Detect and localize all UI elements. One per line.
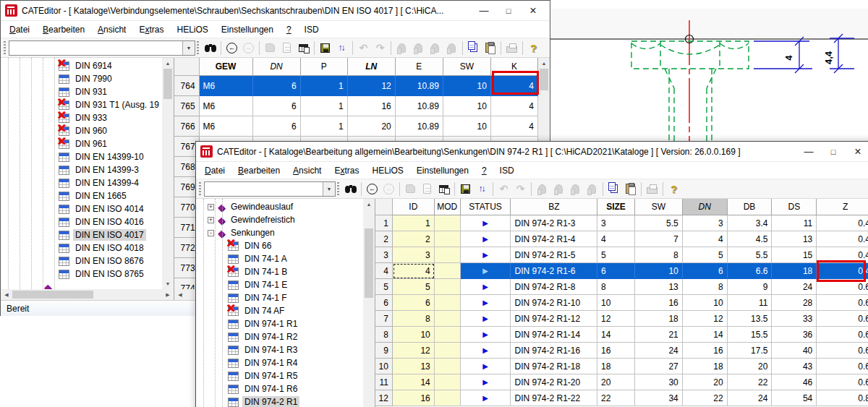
tree-item-din-960[interactable]: DIN 960 [1, 124, 162, 137]
column-header-sw[interactable]: SW [635, 199, 683, 215]
menu-item-datei[interactable]: Datei [199, 163, 231, 178]
tree-item-din-en-14399-10[interactable]: DIN EN 14399-10 [1, 150, 162, 163]
load-table-icon[interactable] [435, 181, 452, 197]
cell-ds[interactable]: 18 [772, 263, 817, 279]
row-number[interactable]: 8 [375, 327, 393, 343]
cell-id[interactable]: 1 [393, 215, 435, 231]
cell-size[interactable]: 10 [597, 295, 635, 311]
cell-mod[interactable] [435, 279, 461, 295]
cell-size[interactable]: 20 [597, 374, 635, 390]
cell[interactable]: 20 [348, 116, 396, 137]
cell[interactable]: 1 [301, 76, 348, 96]
cell-id[interactable]: 3 [393, 247, 435, 263]
cell-ds[interactable]: 15 [772, 247, 817, 263]
maximize-button[interactable]: □ [496, 2, 521, 20]
tree-item-din-74-1-e[interactable]: DIN 74-1 E [196, 278, 363, 291]
cell-mod[interactable] [435, 311, 461, 327]
cell[interactable]: 6 [253, 96, 301, 116]
tree-item-help[interactable]: ◆ [1, 280, 162, 289]
cell-sw[interactable]: 24 [635, 343, 683, 359]
column-header-id[interactable]: ID [393, 199, 435, 215]
table-row[interactable]: 810▶DIN 974-2 R1-1414211415.5360.6 [375, 327, 868, 343]
tree-item-din-974-1-r2[interactable]: DIN 974-1 R2 [196, 330, 363, 343]
close-button[interactable]: × [521, 2, 545, 20]
cell-id[interactable]: 2 [393, 231, 435, 247]
cell-db[interactable]: 22 [728, 374, 773, 390]
column-header-db[interactable]: DB [728, 199, 773, 215]
cell-sw[interactable]: 30 [635, 374, 683, 390]
cell-bz[interactable]: DIN 974-2 R1-16 [511, 343, 597, 359]
menu-item-help[interactable]: ? [281, 22, 297, 37]
tree-item-gewindefreistich[interactable]: +◆Gewindefreistich [196, 213, 363, 226]
cell[interactable]: 10.89 [396, 96, 443, 116]
tree-item-din-974-1-r3[interactable]: DIN 974-1 R3 [196, 343, 363, 356]
cell-id[interactable]: 10 [393, 327, 435, 343]
cell-status[interactable]: ▶ [461, 247, 511, 263]
column-header-mod[interactable]: MOD [435, 199, 461, 215]
cell-dn[interactable]: 16 [683, 343, 728, 359]
tree-item-din-961[interactable]: DIN 961 [1, 137, 162, 150]
cell-ds[interactable]: 13 [772, 231, 817, 247]
row-number[interactable]: 9 [375, 343, 393, 359]
menu-item-bearbeiten[interactable]: Bearbeiten [37, 22, 90, 37]
cell-sw[interactable]: 18 [635, 311, 683, 327]
column-header-gutter[interactable] [174, 58, 200, 76]
scroll-thumb[interactable] [12, 291, 93, 299]
dropdown-arrow-icon[interactable]: ▼ [323, 182, 335, 196]
cell[interactable]: 4 [491, 96, 538, 116]
search-input[interactable] [9, 41, 182, 55]
cell-size[interactable]: 14 [597, 327, 635, 343]
cell-status[interactable]: ▶ [461, 311, 511, 327]
cell-db[interactable]: 17.5 [728, 343, 773, 359]
row-number[interactable]: 3 [375, 247, 393, 263]
tree-item-din-933[interactable]: DIN 933 [1, 111, 162, 124]
titlebar[interactable]: CATEditor - [ Kataloge\Verbindungselemen… [1, 1, 550, 21]
tree-item-din-931-t1-ausg-19[interactable]: DIN 931 T1 (Ausg. 19 [1, 98, 162, 111]
cell-status[interactable]: ▶ [461, 374, 511, 390]
cell-bz[interactable]: DIN 974-2 R1-20 [511, 374, 597, 390]
cell-sw[interactable]: 8 [635, 247, 683, 263]
cell-bz[interactable]: DIN 974-2 R1-18 [511, 359, 597, 374]
cell-sw[interactable]: 27 [635, 359, 683, 374]
cell-bz[interactable]: DIN 974-2 R1-6 [511, 263, 597, 279]
tree-item-din-en-14399-3[interactable]: DIN EN 14399-3 [1, 163, 162, 176]
cell-z[interactable]: 0.6 [817, 295, 868, 311]
cell-id[interactable]: 13 [393, 359, 435, 374]
cell[interactable]: 10.89 [396, 76, 443, 96]
column-header-gew[interactable]: GEW [200, 58, 253, 76]
cell[interactable]: 6 [253, 76, 301, 96]
cell[interactable]: M6 [200, 116, 253, 137]
column-header-status[interactable]: STATUS [461, 199, 511, 215]
paste-icon[interactable] [482, 40, 498, 56]
scroll-thumb[interactable] [365, 228, 373, 298]
search-combobox[interactable]: ▼ [204, 181, 336, 197]
cell[interactable]: 16 [348, 96, 396, 116]
table-row[interactable]: 765M6611610.89104 [174, 96, 538, 116]
cell-bz[interactable]: DIN 974-2 R1-12 [511, 311, 597, 327]
cell-dn[interactable]: 14 [683, 327, 728, 343]
cell-mod[interactable] [435, 359, 461, 374]
row-number[interactable]: 5 [375, 279, 393, 295]
table-row[interactable]: 66▶DIN 974-2 R1-1010161011280.6 [375, 295, 868, 311]
cell-status[interactable]: ▶ [461, 327, 511, 343]
tree-vertical-scrollbar[interactable]: ▲ ▼ [162, 58, 174, 289]
tree-item-din-74-af[interactable]: DIN 74 AF [196, 304, 363, 317]
titlebar[interactable]: CATEditor - [ Kataloge\Bearbeitung allge… [196, 142, 868, 162]
table-row[interactable]: 11▶DIN 974-2 R1-335.533.4110.4 [375, 215, 868, 231]
column-header-gutter[interactable] [375, 199, 393, 215]
cell-z[interactable]: 0.6 [817, 311, 868, 327]
cell-status[interactable]: ▶ [461, 295, 511, 311]
cell-ds[interactable]: 54 [772, 390, 817, 406]
sort-icon[interactable]: ↑↓ [333, 40, 350, 56]
table-row[interactable]: 22▶DIN 974-2 R1-44744.5130.4 [375, 231, 868, 247]
row-number[interactable]: 11 [375, 374, 393, 390]
minimize-button[interactable]: — [472, 2, 496, 20]
cell-mod[interactable] [435, 327, 461, 343]
cell-db[interactable]: 4.5 [728, 231, 773, 247]
table-row[interactable]: 912▶DIN 974-2 R1-1616241617.5400.6 [375, 343, 868, 359]
cell-status[interactable]: ▶ [461, 279, 511, 295]
scroll-thumb[interactable] [540, 69, 548, 90]
tree-item-din-931[interactable]: DIN 931 [1, 85, 162, 98]
tree-item-din-6914[interactable]: DIN 6914 [1, 59, 162, 72]
cell-bz[interactable]: DIN 974-2 R1-8 [511, 279, 597, 295]
